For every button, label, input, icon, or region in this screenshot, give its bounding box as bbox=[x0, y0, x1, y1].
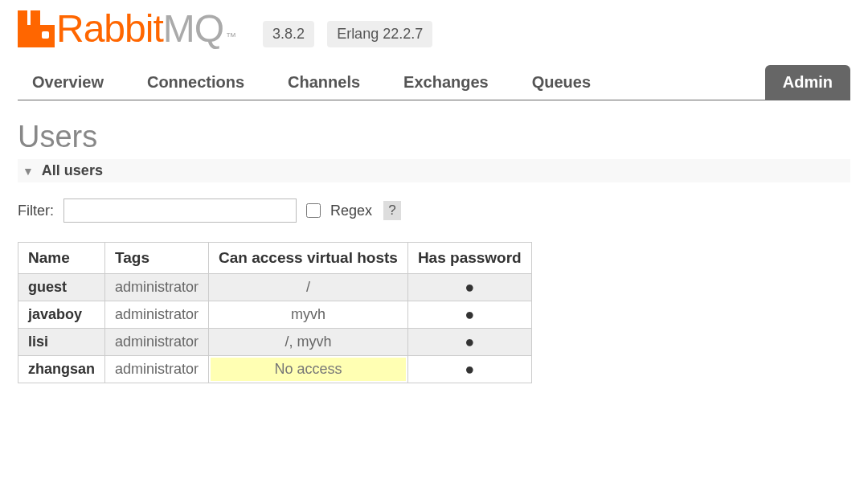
expander-label: All users bbox=[42, 162, 103, 179]
user-vhosts-cell: myvh bbox=[209, 301, 408, 329]
user-name-cell[interactable]: guest bbox=[18, 274, 105, 301]
dot-icon: ● bbox=[465, 333, 474, 350]
user-tags-cell: administrator bbox=[105, 301, 209, 329]
filter-input[interactable] bbox=[63, 199, 297, 223]
user-vhosts-cell: / bbox=[209, 274, 408, 301]
logo-text: RabbitMQ™ bbox=[56, 6, 235, 51]
user-name-cell[interactable]: javaboy bbox=[18, 301, 105, 329]
user-password-cell: ● bbox=[407, 274, 531, 301]
dot-icon: ● bbox=[465, 360, 474, 378]
user-vhosts-cell: /, myvh bbox=[209, 329, 408, 356]
version-rabbitmq: 3.8.2 bbox=[263, 21, 314, 47]
user-password-cell: ● bbox=[407, 329, 531, 356]
tab-channels[interactable]: Channels bbox=[281, 65, 366, 100]
logo-mq: MQ bbox=[163, 6, 223, 51]
col-password[interactable]: Has password bbox=[407, 243, 531, 274]
table-row: lisiadministrator/, myvh● bbox=[18, 329, 532, 356]
all-users-expander[interactable]: ▼ All users bbox=[18, 159, 850, 182]
tab-admin[interactable]: Admin bbox=[765, 65, 850, 100]
table-row: javaboyadministratormyvh● bbox=[18, 301, 532, 329]
table-row: guestadministrator/● bbox=[18, 274, 532, 301]
user-name-cell[interactable]: lisi bbox=[18, 329, 105, 356]
version-badges: 3.8.2 Erlang 22.2.7 bbox=[263, 21, 432, 47]
regex-label: Regex bbox=[330, 203, 372, 219]
help-icon[interactable]: ? bbox=[383, 201, 401, 220]
user-password-cell: ● bbox=[407, 301, 531, 329]
user-tags-cell: administrator bbox=[105, 329, 209, 356]
dot-icon: ● bbox=[465, 305, 474, 323]
tab-overview[interactable]: Overview bbox=[26, 65, 110, 100]
dot-icon: ● bbox=[465, 278, 474, 296]
logo[interactable]: RabbitMQ™ bbox=[18, 6, 235, 51]
tab-exchanges[interactable]: Exchanges bbox=[397, 65, 495, 100]
no-access-badge: No access bbox=[211, 358, 406, 381]
user-tags-cell: administrator bbox=[105, 356, 209, 383]
user-name-cell[interactable]: zhangsan bbox=[18, 356, 105, 383]
filter-row: Filter: Regex ? bbox=[18, 199, 850, 223]
tab-queues[interactable]: Queues bbox=[526, 65, 597, 100]
user-tags-cell: administrator bbox=[105, 274, 209, 301]
rabbitmq-logo-icon bbox=[18, 10, 55, 47]
table-row: zhangsanadministratorNo access● bbox=[18, 356, 532, 383]
svg-rect-3 bbox=[42, 31, 49, 39]
page-title: Users bbox=[18, 120, 850, 154]
main-tabs: Overview Connections Channels Exchanges … bbox=[18, 65, 850, 100]
users-table: Name Tags Can access virtual hosts Has p… bbox=[18, 242, 532, 383]
tab-connections[interactable]: Connections bbox=[141, 65, 251, 100]
user-password-cell: ● bbox=[407, 356, 531, 383]
table-header-row: Name Tags Can access virtual hosts Has p… bbox=[18, 243, 532, 274]
logo-tm: ™ bbox=[226, 31, 235, 43]
version-erlang: Erlang 22.2.7 bbox=[327, 21, 432, 47]
col-tags[interactable]: Tags bbox=[105, 243, 209, 274]
user-vhosts-cell: No access bbox=[209, 356, 408, 383]
logo-rabbit: Rabbit bbox=[56, 6, 163, 51]
header: RabbitMQ™ 3.8.2 Erlang 22.2.7 bbox=[18, 6, 850, 51]
regex-checkbox[interactable] bbox=[306, 203, 321, 218]
col-vhosts[interactable]: Can access virtual hosts bbox=[209, 243, 408, 274]
col-name[interactable]: Name bbox=[18, 243, 105, 274]
filter-label: Filter: bbox=[18, 203, 54, 219]
chevron-down-icon: ▼ bbox=[23, 165, 34, 178]
svg-rect-2 bbox=[18, 25, 55, 47]
